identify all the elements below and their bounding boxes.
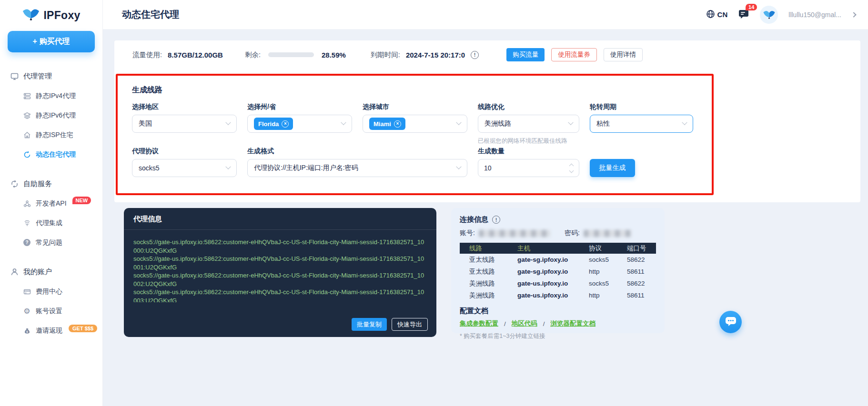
notifications-button[interactable]: 14 [738,9,749,21]
connection-info-panel: 连接信息 ! 账号: 密码: 线路 主机 协议 端口号 亚太线路 [451,208,665,333]
fingerprint-icon [23,219,31,227]
stepper-arrows[interactable] [570,164,573,172]
section-title: 生成线路 [132,85,697,95]
proxy-line: socks5://gate-us.ipfoxy.io:58622:custome… [133,255,427,271]
line-optimize-hint: 已根据您的网络环境匹配最佳线路 [478,137,592,145]
sidebar-item-label: 账号设置 [36,307,62,316]
sidebar-item-proxy-integration[interactable]: 代理集成 [0,213,102,233]
sidebar-item-label: 我的账户 [23,267,52,277]
expire-info-icon[interactable]: ! [471,51,479,59]
sidebar-item-label: 常见问题 [36,238,62,247]
select-value: 美国 [139,119,152,128]
docs-links: 集成参数配置 / 地区代码 / 浏览器配置文档 [460,319,656,328]
state-tag: Florida × [254,118,293,130]
avatar[interactable] [760,6,778,24]
remove-tag-icon[interactable]: × [394,120,401,128]
credentials-row: 账号: 密码: [460,229,656,238]
expire-label: 到期时间: [371,50,400,59]
sidebar-item-dynamic-residential[interactable]: 动态住宅代理 [0,145,102,164]
batch-copy-button[interactable]: 批量复制 [352,318,387,331]
overview-card: 流量使用: 8.57GB/12.00GB 剩余: 28.59% 到期时间: 20… [114,40,860,202]
usage-details-button[interactable]: 使用详情 [604,48,643,61]
sidebar-item-label: 自助服务 [23,179,52,188]
sidebar-item-static-isp[interactable]: 静态ISP住宅 [0,125,102,145]
sidebar-item-label: 开发者API [36,199,67,208]
rotation-select[interactable]: 粘性 [590,115,693,133]
sidebar-item-label: 静态IPv4代理 [36,92,76,100]
language-switcher[interactable]: CN [706,10,728,20]
sidebar-item-developer-api[interactable]: 开发者API NEW [0,194,102,213]
sidebar: IPFoxy + 购买代理 代理管理 静态IPv4代理 [0,0,103,406]
sidebar-item-static-ipv6[interactable]: 静态IPv6代理 [0,106,102,125]
brand-logo[interactable]: IPFoxy [0,0,102,23]
chevron-down-icon [341,120,346,125]
money-bag-icon: $ [23,327,31,335]
monitor-icon [10,72,19,80]
traffic-label: 流量使用: [132,50,162,59]
connection-info-icon[interactable]: ! [492,216,500,224]
docs-link-browser-config[interactable]: 浏览器配置文档 [551,319,596,328]
sidebar-item-label: 费用中心 [36,287,62,296]
column-header: 主机 [515,243,586,254]
buy-proxy-button[interactable]: + 购买代理 [8,31,95,52]
credit-card-icon [23,287,31,296]
batch-generate-button[interactable]: 批量生成 [590,159,635,177]
live-chat-button[interactable] [719,311,742,333]
field-label: 生成格式 [247,147,467,156]
docs-link-integration-params[interactable]: 集成参数配置 [460,319,498,328]
gear-icon: ⚙ [23,307,31,315]
use-voucher-button[interactable]: 使用流量券 [551,48,597,61]
buy-traffic-button[interactable]: 购买流量 [506,48,545,61]
new-badge: NEW [72,197,91,204]
line-optimize-select[interactable]: 美洲线路 [478,115,579,133]
chevron-down-icon [456,164,461,169]
language-label: CN [717,10,728,19]
sidebar-item-faq[interactable]: ? 常见问题 [0,233,102,252]
state-select[interactable]: Florida × [247,115,352,133]
format-select[interactable]: 代理协议://主机IP:端口:用户名:密码 [247,159,467,177]
user-email[interactable]: lllullu150@gmal... [788,11,841,19]
sidebar-item-label: 静态ISP住宅 [36,131,73,139]
column-header: 端口号 [624,243,656,254]
sidebar-item-proxy-management[interactable]: 代理管理 [0,67,102,86]
setup-note: * 购买套餐后需1~3分钟建立链接 [460,332,656,340]
sidebar-item-label: 静态IPv6代理 [36,111,76,120]
quick-export-button[interactable]: 快速导出 [392,318,428,331]
table-row: 美洲线路 gate-us.ipfoxy.io http 58611 [460,289,656,301]
usage-bar: 流量使用: 8.57GB/12.00GB 剩余: 28.59% 到期时间: 20… [114,40,860,61]
select-value: socks5 [139,164,160,172]
proxy-lines[interactable]: socks5://gate-us.ipfoxy.io:58622:custome… [124,230,436,302]
sidebar-item-label: 代理管理 [23,72,52,81]
city-select[interactable]: Miami × [363,115,467,133]
field-label: 生成数量 [478,147,579,156]
chevron-down-icon [225,120,231,125]
notification-count-badge: 14 [746,4,757,10]
quantity-field: 生成数量 [478,147,579,177]
quantity-stepper[interactable] [478,159,579,177]
protocol-field: 代理协议 socks5 [132,147,237,177]
column-header: 线路 [460,243,515,254]
globe-icon [706,10,715,20]
sidebar-item-self-service[interactable]: 自助服务 [0,174,102,194]
field-label: 选择地区 [132,103,237,111]
chevron-down-icon [568,120,573,125]
sidebar-item-static-ipv4[interactable]: 静态IPv4代理 [0,86,102,106]
proxy-line: socks5://gate-us.ipfoxy.io:58622:custome… [133,271,427,288]
sidebar-item-invite-cashback[interactable]: $ 邀请返现 GET $$$ [0,321,102,340]
sidebar-menu: 代理管理 静态IPv4代理 静态IPv6代理 [0,67,102,340]
sidebar-item-my-account[interactable]: 我的账户 [0,262,102,282]
protocol-select[interactable]: socks5 [132,159,237,177]
quantity-input[interactable] [484,164,555,172]
chevron-down-icon [682,120,687,125]
sidebar-item-billing-center[interactable]: 费用中心 [0,282,102,301]
account-label: 账号: [460,229,475,238]
docs-link-region-codes[interactable]: 地区代码 [512,319,537,328]
chevron-right-icon[interactable] [851,12,856,17]
step-down-icon [569,168,574,173]
region-select[interactable]: 美国 [132,115,237,133]
step-up-icon [569,163,574,168]
remove-tag-icon[interactable]: × [282,120,289,128]
refresh-icon [23,150,31,158]
main-content: 流量使用: 8.57GB/12.00GB 剩余: 28.59% 到期时间: 20… [103,30,868,406]
sidebar-item-account-settings[interactable]: ⚙ 账号设置 [0,301,102,321]
